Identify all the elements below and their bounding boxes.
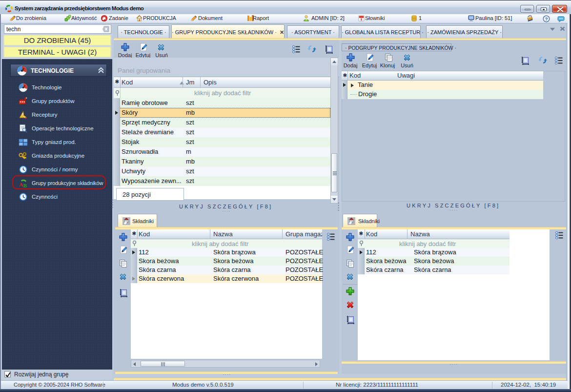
svg-text:?: ? [545, 17, 548, 21]
